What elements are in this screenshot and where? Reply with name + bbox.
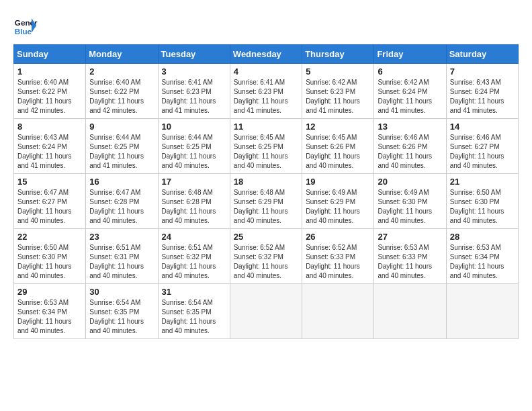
- day-number: 10: [162, 122, 226, 132]
- calendar-day: 14 Sunrise: 6:46 AM Sunset: 6:27 PM Dayl…: [446, 119, 518, 174]
- day-info: Sunrise: 6:45 AM Sunset: 6:26 PM Dayligh…: [306, 133, 370, 171]
- day-number: 7: [450, 66, 515, 77]
- day-info: Sunrise: 6:40 AM Sunset: 6:22 PM Dayligh…: [17, 78, 82, 116]
- calendar-day: 26 Sunrise: 6:52 AM Sunset: 6:33 PM Dayl…: [302, 229, 374, 284]
- day-info: Sunrise: 6:54 AM Sunset: 6:35 PM Dayligh…: [162, 298, 226, 336]
- day-number: 18: [234, 177, 298, 187]
- day-info: Sunrise: 6:45 AM Sunset: 6:25 PM Dayligh…: [234, 133, 298, 171]
- day-number: 16: [89, 177, 154, 187]
- page-header: General Blue: [13, 13, 519, 38]
- calendar-day: 11 Sunrise: 6:45 AM Sunset: 6:25 PM Dayl…: [230, 119, 302, 174]
- weekday-header-tuesday: Tuesday: [158, 45, 230, 64]
- day-number: 25: [234, 232, 298, 242]
- calendar-week-1: 1 Sunrise: 6:40 AM Sunset: 6:22 PM Dayli…: [14, 64, 519, 119]
- calendar-day: 18 Sunrise: 6:48 AM Sunset: 6:29 PM Dayl…: [230, 174, 302, 229]
- day-info: Sunrise: 6:42 AM Sunset: 6:24 PM Dayligh…: [378, 78, 442, 116]
- weekday-header-monday: Monday: [86, 45, 158, 64]
- day-info: Sunrise: 6:48 AM Sunset: 6:28 PM Dayligh…: [162, 188, 226, 226]
- calendar-day: 28 Sunrise: 6:53 AM Sunset: 6:34 PM Dayl…: [446, 229, 518, 284]
- calendar-week-4: 22 Sunrise: 6:50 AM Sunset: 6:30 PM Dayl…: [14, 229, 519, 284]
- day-number: 3: [162, 66, 226, 77]
- day-info: Sunrise: 6:53 AM Sunset: 6:34 PM Dayligh…: [17, 298, 82, 336]
- calendar-day: 16 Sunrise: 6:47 AM Sunset: 6:28 PM Dayl…: [86, 174, 158, 229]
- calendar-day: 2 Sunrise: 6:40 AM Sunset: 6:22 PM Dayli…: [86, 64, 158, 119]
- calendar-day: 23 Sunrise: 6:51 AM Sunset: 6:31 PM Dayl…: [86, 229, 158, 284]
- day-number: 2: [89, 66, 154, 77]
- svg-text:Blue: Blue: [15, 27, 32, 36]
- day-info: Sunrise: 6:46 AM Sunset: 6:27 PM Dayligh…: [450, 133, 515, 171]
- calendar-day: 25 Sunrise: 6:52 AM Sunset: 6:32 PM Dayl…: [230, 229, 302, 284]
- logo: General Blue: [13, 13, 38, 38]
- day-info: Sunrise: 6:52 AM Sunset: 6:32 PM Dayligh…: [234, 243, 298, 281]
- day-info: Sunrise: 6:44 AM Sunset: 6:25 PM Dayligh…: [162, 133, 226, 171]
- day-number: 26: [306, 232, 370, 242]
- calendar-day: [374, 284, 446, 339]
- calendar-day: 5 Sunrise: 6:42 AM Sunset: 6:23 PM Dayli…: [302, 64, 374, 119]
- calendar-day: [302, 284, 374, 339]
- day-number: 9: [89, 122, 154, 132]
- day-number: 21: [450, 177, 515, 187]
- calendar-day: 8 Sunrise: 6:43 AM Sunset: 6:24 PM Dayli…: [14, 119, 86, 174]
- day-number: 28: [450, 232, 515, 242]
- weekday-header-friday: Friday: [374, 45, 446, 64]
- day-number: 27: [378, 232, 442, 242]
- day-info: Sunrise: 6:41 AM Sunset: 6:23 PM Dayligh…: [162, 78, 226, 116]
- day-number: 19: [306, 177, 370, 187]
- day-info: Sunrise: 6:43 AM Sunset: 6:24 PM Dayligh…: [17, 133, 82, 171]
- day-number: 31: [162, 287, 226, 297]
- calendar-day: 9 Sunrise: 6:44 AM Sunset: 6:25 PM Dayli…: [86, 119, 158, 174]
- day-number: 14: [450, 122, 515, 132]
- day-info: Sunrise: 6:41 AM Sunset: 6:23 PM Dayligh…: [234, 78, 298, 116]
- calendar-day: 21 Sunrise: 6:50 AM Sunset: 6:30 PM Dayl…: [446, 174, 518, 229]
- day-number: 4: [234, 66, 298, 77]
- day-info: Sunrise: 6:50 AM Sunset: 6:30 PM Dayligh…: [450, 188, 515, 226]
- logo-icon: General Blue: [13, 13, 38, 38]
- day-number: 12: [306, 122, 370, 132]
- calendar-day: 3 Sunrise: 6:41 AM Sunset: 6:23 PM Dayli…: [158, 64, 230, 119]
- weekday-header-wednesday: Wednesday: [230, 45, 302, 64]
- calendar-day: 24 Sunrise: 6:51 AM Sunset: 6:32 PM Dayl…: [158, 229, 230, 284]
- calendar-day: 19 Sunrise: 6:49 AM Sunset: 6:29 PM Dayl…: [302, 174, 374, 229]
- day-info: Sunrise: 6:53 AM Sunset: 6:33 PM Dayligh…: [378, 243, 442, 281]
- day-info: Sunrise: 6:49 AM Sunset: 6:30 PM Dayligh…: [378, 188, 442, 226]
- day-info: Sunrise: 6:44 AM Sunset: 6:25 PM Dayligh…: [89, 133, 154, 171]
- day-info: Sunrise: 6:54 AM Sunset: 6:35 PM Dayligh…: [89, 298, 154, 336]
- calendar-day: 17 Sunrise: 6:48 AM Sunset: 6:28 PM Dayl…: [158, 174, 230, 229]
- day-number: 13: [378, 122, 442, 132]
- calendar-day: 6 Sunrise: 6:42 AM Sunset: 6:24 PM Dayli…: [374, 64, 446, 119]
- calendar-day: 10 Sunrise: 6:44 AM Sunset: 6:25 PM Dayl…: [158, 119, 230, 174]
- weekday-header-sunday: Sunday: [14, 45, 86, 64]
- calendar-day: [446, 284, 518, 339]
- calendar-day: 31 Sunrise: 6:54 AM Sunset: 6:35 PM Dayl…: [158, 284, 230, 339]
- day-info: Sunrise: 6:43 AM Sunset: 6:24 PM Dayligh…: [450, 78, 515, 116]
- calendar-day: 12 Sunrise: 6:45 AM Sunset: 6:26 PM Dayl…: [302, 119, 374, 174]
- calendar-day: [230, 284, 302, 339]
- day-info: Sunrise: 6:50 AM Sunset: 6:30 PM Dayligh…: [17, 243, 82, 281]
- calendar-day: 30 Sunrise: 6:54 AM Sunset: 6:35 PM Dayl…: [86, 284, 158, 339]
- calendar-week-5: 29 Sunrise: 6:53 AM Sunset: 6:34 PM Dayl…: [14, 284, 519, 339]
- day-info: Sunrise: 6:52 AM Sunset: 6:33 PM Dayligh…: [306, 243, 370, 281]
- calendar-day: 13 Sunrise: 6:46 AM Sunset: 6:26 PM Dayl…: [374, 119, 446, 174]
- weekday-header-row: SundayMondayTuesdayWednesdayThursdayFrid…: [14, 45, 519, 64]
- day-info: Sunrise: 6:51 AM Sunset: 6:32 PM Dayligh…: [162, 243, 226, 281]
- day-info: Sunrise: 6:46 AM Sunset: 6:26 PM Dayligh…: [378, 133, 442, 171]
- day-number: 30: [89, 287, 154, 297]
- day-info: Sunrise: 6:49 AM Sunset: 6:29 PM Dayligh…: [306, 188, 370, 226]
- calendar-week-3: 15 Sunrise: 6:47 AM Sunset: 6:27 PM Dayl…: [14, 174, 519, 229]
- day-number: 23: [89, 232, 154, 242]
- calendar-week-2: 8 Sunrise: 6:43 AM Sunset: 6:24 PM Dayli…: [14, 119, 519, 174]
- day-number: 5: [306, 66, 370, 77]
- calendar-table: SundayMondayTuesdayWednesdayThursdayFrid…: [13, 44, 519, 339]
- day-info: Sunrise: 6:40 AM Sunset: 6:22 PM Dayligh…: [89, 78, 154, 116]
- day-number: 8: [17, 122, 82, 132]
- calendar-day: 27 Sunrise: 6:53 AM Sunset: 6:33 PM Dayl…: [374, 229, 446, 284]
- day-info: Sunrise: 6:48 AM Sunset: 6:29 PM Dayligh…: [234, 188, 298, 226]
- day-number: 29: [17, 287, 82, 297]
- day-info: Sunrise: 6:47 AM Sunset: 6:28 PM Dayligh…: [89, 188, 154, 226]
- day-info: Sunrise: 6:47 AM Sunset: 6:27 PM Dayligh…: [17, 188, 82, 226]
- calendar-day: 29 Sunrise: 6:53 AM Sunset: 6:34 PM Dayl…: [14, 284, 86, 339]
- calendar-day: 7 Sunrise: 6:43 AM Sunset: 6:24 PM Dayli…: [446, 64, 518, 119]
- calendar-day: 4 Sunrise: 6:41 AM Sunset: 6:23 PM Dayli…: [230, 64, 302, 119]
- calendar-day: 22 Sunrise: 6:50 AM Sunset: 6:30 PM Dayl…: [14, 229, 86, 284]
- day-number: 22: [17, 232, 82, 242]
